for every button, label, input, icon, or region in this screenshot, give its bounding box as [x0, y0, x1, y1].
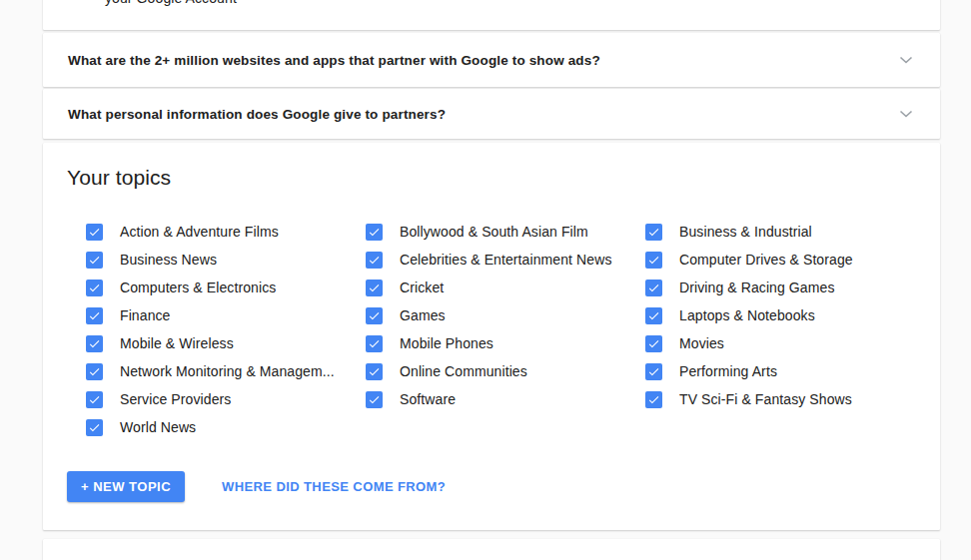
- topic-item: Celebrities & Entertainment News: [366, 246, 645, 274]
- check-icon: [647, 254, 660, 267]
- topic-label: Movies: [679, 335, 724, 351]
- topic-label: Celebrities & Entertainment News: [400, 252, 612, 268]
- checkbox-checked[interactable]: [86, 224, 103, 241]
- checkbox-checked[interactable]: [366, 280, 383, 296]
- check-icon: [88, 393, 101, 406]
- topic-item: World News: [86, 413, 366, 441]
- faq-question: What personal information does Google gi…: [68, 107, 446, 122]
- new-topic-button[interactable]: + NEW TOPIC: [67, 471, 185, 502]
- checkbox-checked[interactable]: [645, 224, 662, 241]
- check-icon: [88, 337, 101, 350]
- topic-label: Laptops & Notebooks: [679, 307, 815, 323]
- check-icon: [647, 309, 660, 322]
- page-title: Your topics: [67, 166, 171, 190]
- topic-item: Finance: [86, 301, 366, 329]
- topic-item: Business & Industrial: [645, 218, 925, 246]
- check-icon: [88, 309, 101, 322]
- topic-label: Finance: [120, 307, 171, 323]
- topic-item: Network Monitoring & Managem...: [86, 357, 366, 385]
- checkbox-checked[interactable]: [366, 391, 383, 408]
- checkbox-checked[interactable]: [366, 335, 383, 352]
- checkbox-checked[interactable]: [366, 252, 383, 269]
- topics-column-1: Action & Adventure Films Business News C…: [86, 218, 366, 441]
- check-icon: [88, 365, 101, 378]
- topic-label: Business News: [120, 252, 217, 268]
- topic-label: Games: [400, 307, 446, 323]
- checkbox-checked[interactable]: [86, 363, 103, 380]
- check-icon: [368, 393, 381, 406]
- check-icon: [368, 365, 381, 378]
- checkbox-checked[interactable]: [645, 252, 662, 269]
- check-icon: [647, 281, 660, 294]
- topic-item: Movies: [645, 329, 925, 357]
- topic-label: Performing Arts: [679, 363, 777, 379]
- checkbox-checked[interactable]: [366, 224, 383, 241]
- topic-item: Business News: [86, 246, 366, 274]
- checkbox-checked[interactable]: [645, 280, 662, 296]
- checkbox-checked[interactable]: [645, 335, 662, 352]
- check-icon: [647, 337, 660, 350]
- where-did-these-come-from-link[interactable]: WHERE DID THESE COME FROM?: [222, 471, 446, 502]
- topic-item: Software: [366, 385, 645, 413]
- topic-item: Laptops & Notebooks: [645, 301, 925, 329]
- your-topics-card: Your topics Action & Adventure Films Bus…: [43, 143, 940, 530]
- check-icon: [88, 226, 101, 239]
- topic-label: Service Providers: [120, 391, 231, 407]
- topic-item: Driving & Racing Games: [645, 274, 925, 301]
- topic-label: Driving & Racing Games: [679, 280, 834, 295]
- checkbox-checked[interactable]: [86, 252, 103, 269]
- topic-item: Action & Adventure Films: [86, 218, 366, 246]
- check-icon: [647, 365, 660, 378]
- checkbox-checked[interactable]: [366, 363, 383, 380]
- check-icon: [368, 281, 381, 294]
- topic-label: World News: [120, 419, 196, 435]
- topic-item: Cricket: [366, 274, 645, 301]
- topic-label: Bollywood & South Asian Film: [400, 224, 588, 240]
- checkbox-checked[interactable]: [86, 391, 103, 408]
- checkbox-checked[interactable]: [645, 307, 662, 324]
- checkbox-checked[interactable]: [86, 307, 103, 324]
- chevron-down-icon[interactable]: [898, 52, 914, 68]
- topic-label: Mobile & Wireless: [120, 335, 234, 351]
- topic-label: Mobile Phones: [400, 335, 493, 351]
- topic-label: Business & Industrial: [679, 224, 812, 240]
- check-icon: [88, 281, 101, 294]
- checkbox-checked[interactable]: [645, 363, 662, 380]
- topic-item: Computers & Electronics: [86, 274, 366, 301]
- partial-paragraph-text: your Google Account: [105, 0, 237, 8]
- next-card-partial: [43, 539, 940, 560]
- check-icon: [88, 254, 101, 267]
- topics-column-2: Bollywood & South Asian Film Celebrities…: [366, 218, 645, 441]
- topic-label: Online Communities: [400, 363, 527, 379]
- topic-item: Performing Arts: [645, 357, 925, 385]
- check-icon: [368, 309, 381, 322]
- topic-item: TV Sci-Fi & Fantasy Shows: [645, 385, 925, 413]
- check-icon: [368, 226, 381, 239]
- ads-settings-page: your Google Account What are the 2+ mill…: [0, 0, 971, 560]
- topic-label: Action & Adventure Films: [120, 224, 279, 240]
- checkbox-checked[interactable]: [366, 307, 383, 324]
- topic-item: Service Providers: [86, 385, 366, 413]
- topic-label: Network Monitoring & Managem...: [120, 363, 335, 379]
- faq-question: What are the 2+ million websites and app…: [68, 53, 600, 68]
- chevron-down-icon[interactable]: [898, 106, 914, 122]
- topic-item: Games: [366, 301, 645, 329]
- topics-column-3: Business & Industrial Computer Drives & …: [645, 218, 925, 441]
- checkbox-checked[interactable]: [86, 335, 103, 352]
- check-icon: [88, 421, 101, 434]
- topic-item: Mobile Phones: [366, 329, 645, 357]
- topic-label: Software: [400, 391, 456, 407]
- checkbox-checked[interactable]: [86, 419, 103, 436]
- faq-panel-personal-info[interactable]: What personal information does Google gi…: [43, 89, 940, 139]
- topic-item: Bollywood & South Asian Film: [366, 218, 645, 246]
- scrolled-card: your Google Account: [43, 0, 940, 30]
- checkbox-checked[interactable]: [645, 391, 662, 408]
- topics-columns: Action & Adventure Films Business News C…: [86, 218, 925, 441]
- topic-item: Computer Drives & Storage: [645, 246, 925, 274]
- checkbox-checked[interactable]: [86, 280, 103, 296]
- topic-label: Computer Drives & Storage: [679, 252, 853, 268]
- faq-panel-partner-websites[interactable]: What are the 2+ million websites and app…: [43, 33, 940, 87]
- check-icon: [368, 337, 381, 350]
- topic-item: Online Communities: [366, 357, 645, 385]
- topic-label: Computers & Electronics: [120, 280, 276, 295]
